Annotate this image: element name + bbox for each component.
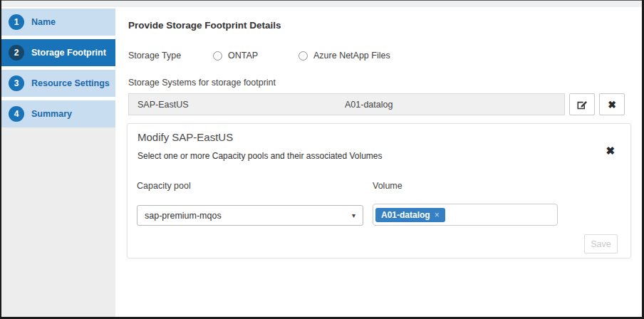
sidebar-step-summary[interactable]: 4 Summary xyxy=(1,100,115,127)
volume-input[interactable]: A01-datalog × xyxy=(373,204,558,226)
step-label: Storage Footprint xyxy=(31,48,106,58)
storage-type-row: Storage Type ONTAP Azure NetApp Files xyxy=(128,50,635,61)
modify-storage-panel: Modify SAP-EastUS Select one or more Cap… xyxy=(127,123,631,258)
modal-subtitle: Select one or more Capacity pools and th… xyxy=(137,151,383,161)
chip-remove-icon[interactable]: × xyxy=(435,210,440,220)
storage-type-label: Storage Type xyxy=(128,51,213,61)
step-number-badge: 1 xyxy=(9,14,24,30)
remove-system-button[interactable]: ✖ xyxy=(599,93,625,115)
step-content: Provide Storage Footprint Details Storag… xyxy=(128,0,635,115)
page-title: Provide Storage Footprint Details xyxy=(128,20,635,31)
radio-option-azure-netapp-files[interactable]: Azure NetApp Files xyxy=(298,51,390,61)
storage-system-row-wrap: SAP-EastUS A01-datalog ✖ xyxy=(128,93,635,115)
step-number-badge: 2 xyxy=(9,45,24,61)
sidebar-filler xyxy=(1,127,115,317)
capacity-pool-select[interactable]: sap-premium-mqos ▾ xyxy=(137,205,363,226)
system-name-cell: SAP-EastUS xyxy=(129,100,345,110)
capacity-pool-label: Capacity pool xyxy=(137,181,191,191)
radio-label: Azure NetApp Files xyxy=(313,51,390,61)
step-label: Summary xyxy=(31,109,72,119)
radio-button-icon[interactable] xyxy=(213,51,222,61)
sidebar-step-resource-settings[interactable]: 3 Resource Settings xyxy=(1,70,115,97)
capacity-pool-selected-value: sap-premium-mqos xyxy=(145,211,222,221)
step-label: Name xyxy=(31,17,56,27)
sidebar-step-storage-footprint[interactable]: 2 Storage Footprint xyxy=(1,39,115,66)
step-number-badge: 3 xyxy=(9,75,24,91)
step-label: Resource Settings xyxy=(31,78,110,88)
radio-button-icon[interactable] xyxy=(298,51,308,61)
wizard-steps-sidebar: 1 Name 2 Storage Footprint 3 Resource Se… xyxy=(1,9,115,131)
wizard-window: 1 Name 2 Storage Footprint 3 Resource Se… xyxy=(0,0,644,319)
save-button[interactable]: Save xyxy=(584,234,618,253)
window-border-left xyxy=(0,0,1,319)
system-volume-cell: A01-datalog xyxy=(345,100,393,110)
radio-label: ONTAP xyxy=(228,51,258,61)
volume-chip: A01-datalog × xyxy=(375,208,445,222)
close-icon[interactable]: ✖ xyxy=(606,145,615,156)
sidebar-step-name[interactable]: 1 Name xyxy=(1,9,115,36)
radio-option-ontap[interactable]: ONTAP xyxy=(213,51,298,61)
step-number-badge: 4 xyxy=(9,106,24,122)
edit-system-button[interactable] xyxy=(569,93,595,115)
chevron-down-icon: ▾ xyxy=(352,211,355,219)
edit-icon xyxy=(576,99,588,110)
volume-label: Volume xyxy=(373,181,402,191)
storage-system-row[interactable]: SAP-EastUS A01-datalog xyxy=(128,93,565,115)
remove-icon: ✖ xyxy=(608,99,616,110)
storage-systems-label: Storage Systems for storage footprint xyxy=(128,78,635,88)
volume-chip-label: A01-datalog xyxy=(381,210,430,220)
modal-title: Modify SAP-EastUS xyxy=(137,131,233,143)
